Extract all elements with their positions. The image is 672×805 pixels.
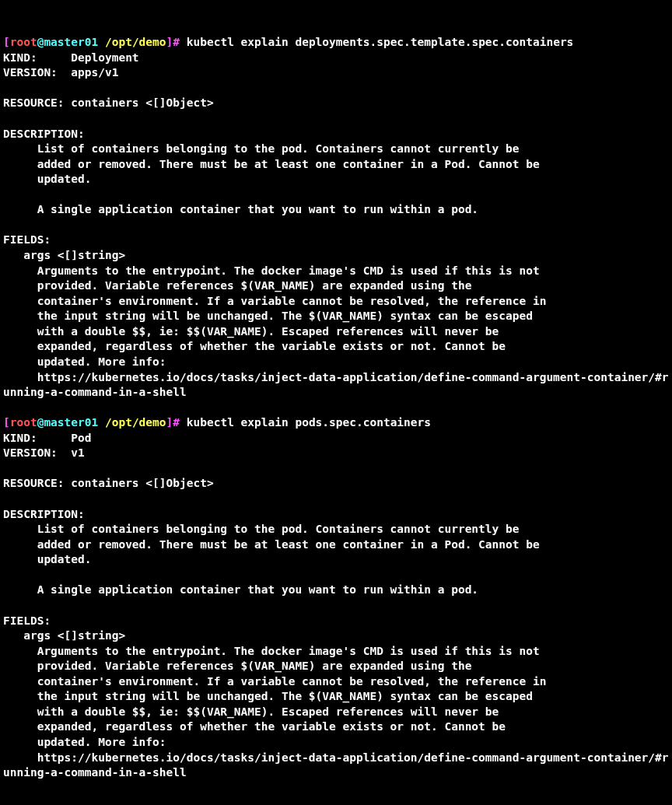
command-input[interactable]: kubectl explain pods.spec.containers <box>187 416 431 429</box>
prompt-open-bracket: [ <box>3 416 10 429</box>
prompt-open-bracket: [ <box>3 36 10 48</box>
prompt-path: /opt/demo <box>105 36 166 48</box>
prompt-path: /opt/demo <box>105 416 166 429</box>
command-output: KIND: Deployment VERSION: apps/v1 RESOUR… <box>3 51 669 398</box>
prompt-user: root <box>10 36 37 48</box>
command-output: KIND: Pod VERSION: v1 RESOURCE: containe… <box>3 432 669 779</box>
prompt-close-bracket: ]# <box>166 416 180 429</box>
prompt-close-bracket: ]# <box>166 36 180 48</box>
prompt-host: master01 <box>44 36 98 48</box>
prompt-user: root <box>10 416 37 429</box>
command-input[interactable]: kubectl explain deployments.spec.templat… <box>187 36 574 48</box>
prompt-host: master01 <box>44 416 98 429</box>
